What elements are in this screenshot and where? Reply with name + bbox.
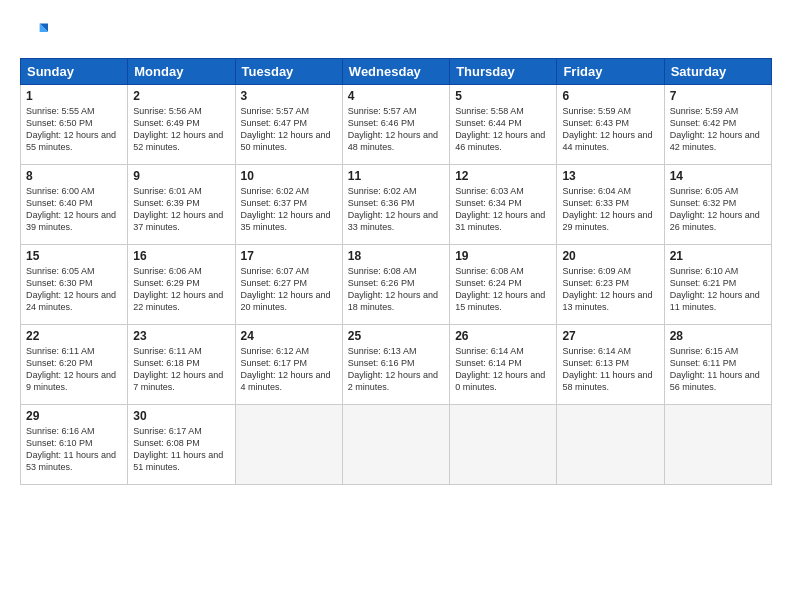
cell-info: Sunrise: 5:55 AMSunset: 6:50 PMDaylight:…: [26, 105, 122, 154]
calendar-cell: 27 Sunrise: 6:14 AMSunset: 6:13 PMDaylig…: [557, 325, 664, 405]
cell-info: Sunrise: 5:59 AMSunset: 6:42 PMDaylight:…: [670, 105, 766, 154]
calendar-cell: [450, 405, 557, 485]
calendar-cell: 28 Sunrise: 6:15 AMSunset: 6:11 PMDaylig…: [664, 325, 771, 405]
cell-info: Sunrise: 5:57 AMSunset: 6:47 PMDaylight:…: [241, 105, 337, 154]
cell-info: Sunrise: 5:58 AMSunset: 6:44 PMDaylight:…: [455, 105, 551, 154]
cell-info: Sunrise: 6:05 AMSunset: 6:32 PMDaylight:…: [670, 185, 766, 234]
calendar-cell: 24 Sunrise: 6:12 AMSunset: 6:17 PMDaylig…: [235, 325, 342, 405]
cell-info: Sunrise: 5:56 AMSunset: 6:49 PMDaylight:…: [133, 105, 229, 154]
calendar-week-row: 22 Sunrise: 6:11 AMSunset: 6:20 PMDaylig…: [21, 325, 772, 405]
cell-info: Sunrise: 6:03 AMSunset: 6:34 PMDaylight:…: [455, 185, 551, 234]
cell-info: Sunrise: 6:01 AMSunset: 6:39 PMDaylight:…: [133, 185, 229, 234]
cell-info: Sunrise: 6:05 AMSunset: 6:30 PMDaylight:…: [26, 265, 122, 314]
cell-info: Sunrise: 6:14 AMSunset: 6:13 PMDaylight:…: [562, 345, 658, 394]
cell-info: Sunrise: 6:09 AMSunset: 6:23 PMDaylight:…: [562, 265, 658, 314]
col-friday: Friday: [557, 59, 664, 85]
calendar-cell: 6 Sunrise: 5:59 AMSunset: 6:43 PMDayligh…: [557, 85, 664, 165]
day-number: 17: [241, 249, 337, 263]
day-number: 29: [26, 409, 122, 423]
calendar-cell: [557, 405, 664, 485]
cell-info: Sunrise: 6:02 AMSunset: 6:36 PMDaylight:…: [348, 185, 444, 234]
cell-info: Sunrise: 6:11 AMSunset: 6:18 PMDaylight:…: [133, 345, 229, 394]
day-number: 19: [455, 249, 551, 263]
day-number: 15: [26, 249, 122, 263]
day-number: 24: [241, 329, 337, 343]
day-number: 13: [562, 169, 658, 183]
cell-info: Sunrise: 6:11 AMSunset: 6:20 PMDaylight:…: [26, 345, 122, 394]
calendar-cell: 29 Sunrise: 6:16 AMSunset: 6:10 PMDaylig…: [21, 405, 128, 485]
cell-info: Sunrise: 6:10 AMSunset: 6:21 PMDaylight:…: [670, 265, 766, 314]
calendar-cell: 25 Sunrise: 6:13 AMSunset: 6:16 PMDaylig…: [342, 325, 449, 405]
calendar-cell: 30 Sunrise: 6:17 AMSunset: 6:08 PMDaylig…: [128, 405, 235, 485]
day-number: 20: [562, 249, 658, 263]
calendar-cell: 1 Sunrise: 5:55 AMSunset: 6:50 PMDayligh…: [21, 85, 128, 165]
page: Sunday Monday Tuesday Wednesday Thursday…: [0, 0, 792, 495]
calendar-header-row: Sunday Monday Tuesday Wednesday Thursday…: [21, 59, 772, 85]
cell-info: Sunrise: 6:02 AMSunset: 6:37 PMDaylight:…: [241, 185, 337, 234]
day-number: 11: [348, 169, 444, 183]
cell-info: Sunrise: 6:08 AMSunset: 6:26 PMDaylight:…: [348, 265, 444, 314]
day-number: 12: [455, 169, 551, 183]
calendar-cell: 5 Sunrise: 5:58 AMSunset: 6:44 PMDayligh…: [450, 85, 557, 165]
day-number: 27: [562, 329, 658, 343]
calendar-cell: 2 Sunrise: 5:56 AMSunset: 6:49 PMDayligh…: [128, 85, 235, 165]
col-saturday: Saturday: [664, 59, 771, 85]
calendar-cell: [664, 405, 771, 485]
header: [20, 18, 772, 46]
cell-info: Sunrise: 5:57 AMSunset: 6:46 PMDaylight:…: [348, 105, 444, 154]
day-number: 14: [670, 169, 766, 183]
day-number: 4: [348, 89, 444, 103]
cell-info: Sunrise: 6:06 AMSunset: 6:29 PMDaylight:…: [133, 265, 229, 314]
day-number: 9: [133, 169, 229, 183]
calendar-cell: 17 Sunrise: 6:07 AMSunset: 6:27 PMDaylig…: [235, 245, 342, 325]
calendar-cell: [235, 405, 342, 485]
calendar-cell: 9 Sunrise: 6:01 AMSunset: 6:39 PMDayligh…: [128, 165, 235, 245]
cell-info: Sunrise: 6:12 AMSunset: 6:17 PMDaylight:…: [241, 345, 337, 394]
calendar-cell: 19 Sunrise: 6:08 AMSunset: 6:24 PMDaylig…: [450, 245, 557, 325]
cell-info: Sunrise: 6:08 AMSunset: 6:24 PMDaylight:…: [455, 265, 551, 314]
day-number: 16: [133, 249, 229, 263]
calendar-week-row: 29 Sunrise: 6:16 AMSunset: 6:10 PMDaylig…: [21, 405, 772, 485]
day-number: 5: [455, 89, 551, 103]
col-sunday: Sunday: [21, 59, 128, 85]
cell-info: Sunrise: 5:59 AMSunset: 6:43 PMDaylight:…: [562, 105, 658, 154]
day-number: 7: [670, 89, 766, 103]
logo: [20, 18, 52, 46]
calendar-cell: 3 Sunrise: 5:57 AMSunset: 6:47 PMDayligh…: [235, 85, 342, 165]
day-number: 23: [133, 329, 229, 343]
calendar-cell: 11 Sunrise: 6:02 AMSunset: 6:36 PMDaylig…: [342, 165, 449, 245]
col-tuesday: Tuesday: [235, 59, 342, 85]
day-number: 21: [670, 249, 766, 263]
calendar-cell: 18 Sunrise: 6:08 AMSunset: 6:26 PMDaylig…: [342, 245, 449, 325]
col-thursday: Thursday: [450, 59, 557, 85]
day-number: 26: [455, 329, 551, 343]
cell-info: Sunrise: 6:14 AMSunset: 6:14 PMDaylight:…: [455, 345, 551, 394]
calendar-cell: 13 Sunrise: 6:04 AMSunset: 6:33 PMDaylig…: [557, 165, 664, 245]
calendar-cell: 22 Sunrise: 6:11 AMSunset: 6:20 PMDaylig…: [21, 325, 128, 405]
cell-info: Sunrise: 6:15 AMSunset: 6:11 PMDaylight:…: [670, 345, 766, 394]
calendar-week-row: 1 Sunrise: 5:55 AMSunset: 6:50 PMDayligh…: [21, 85, 772, 165]
cell-info: Sunrise: 6:17 AMSunset: 6:08 PMDaylight:…: [133, 425, 229, 474]
calendar-cell: 12 Sunrise: 6:03 AMSunset: 6:34 PMDaylig…: [450, 165, 557, 245]
col-wednesday: Wednesday: [342, 59, 449, 85]
calendar-cell: 14 Sunrise: 6:05 AMSunset: 6:32 PMDaylig…: [664, 165, 771, 245]
calendar-cell: 7 Sunrise: 5:59 AMSunset: 6:42 PMDayligh…: [664, 85, 771, 165]
calendar-cell: 10 Sunrise: 6:02 AMSunset: 6:37 PMDaylig…: [235, 165, 342, 245]
cell-info: Sunrise: 6:04 AMSunset: 6:33 PMDaylight:…: [562, 185, 658, 234]
day-number: 22: [26, 329, 122, 343]
calendar-week-row: 15 Sunrise: 6:05 AMSunset: 6:30 PMDaylig…: [21, 245, 772, 325]
day-number: 10: [241, 169, 337, 183]
calendar-cell: 8 Sunrise: 6:00 AMSunset: 6:40 PMDayligh…: [21, 165, 128, 245]
calendar-cell: 15 Sunrise: 6:05 AMSunset: 6:30 PMDaylig…: [21, 245, 128, 325]
calendar-cell: 23 Sunrise: 6:11 AMSunset: 6:18 PMDaylig…: [128, 325, 235, 405]
cell-info: Sunrise: 6:13 AMSunset: 6:16 PMDaylight:…: [348, 345, 444, 394]
col-monday: Monday: [128, 59, 235, 85]
logo-icon: [20, 18, 48, 46]
cell-info: Sunrise: 6:16 AMSunset: 6:10 PMDaylight:…: [26, 425, 122, 474]
calendar-week-row: 8 Sunrise: 6:00 AMSunset: 6:40 PMDayligh…: [21, 165, 772, 245]
day-number: 18: [348, 249, 444, 263]
day-number: 28: [670, 329, 766, 343]
day-number: 6: [562, 89, 658, 103]
cell-info: Sunrise: 6:07 AMSunset: 6:27 PMDaylight:…: [241, 265, 337, 314]
calendar: Sunday Monday Tuesday Wednesday Thursday…: [20, 58, 772, 485]
